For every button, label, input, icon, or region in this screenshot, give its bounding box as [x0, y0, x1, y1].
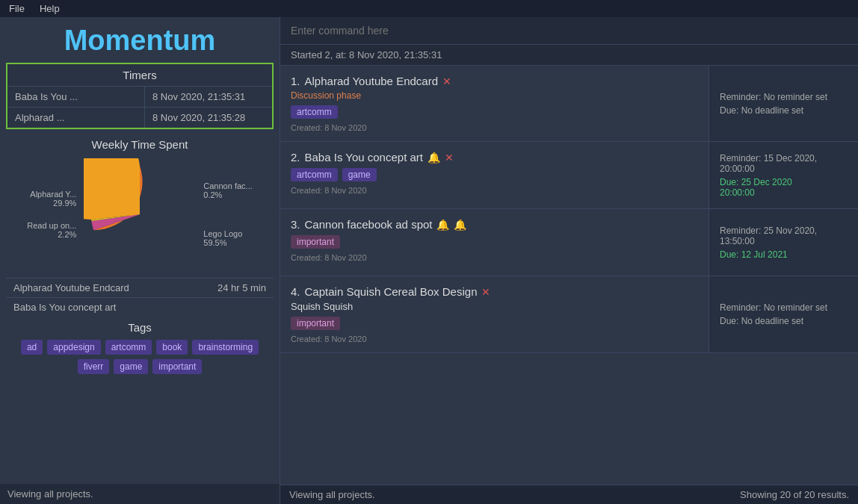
ptag-artcomm-1[interactable]: artcomm: [291, 105, 338, 119]
project-right-3: Reminder: 25 Nov 2020, 13:50:00 Due: 12 …: [709, 209, 858, 276]
timer-row-1: Baba Is You ... 8 Nov 2020, 21:35:31: [7, 86, 272, 107]
legend-read: Read up on...2.2%: [27, 221, 76, 239]
footer: Viewing all projects. Showing 20 of 20 r…: [280, 485, 858, 504]
project-name-4[interactable]: Captain Squish Cereal Box Design: [305, 285, 478, 298]
timers-header: Timers: [7, 64, 272, 86]
project-reminder-2: Reminder: 15 Dec 2020, 20:00:00: [720, 153, 848, 174]
project-tags-1: artcomm: [291, 105, 698, 119]
project-number-4: 4.: [291, 285, 300, 298]
timer-time-2: 8 Nov 2020, 21:35:28: [145, 108, 272, 128]
project-delete-2[interactable]: ✕: [445, 152, 454, 164]
pie-legend-left: Alpharad Y...29.9% Read up on...2.2%: [27, 190, 76, 239]
time-entry-2: Baba Is You concept art: [6, 298, 274, 317]
sidebar: Momentum Timers Baba Is You ... 8 Nov 20…: [0, 17, 280, 504]
project-due-3: Due: 12 Jul 2021: [720, 249, 848, 260]
project-tags-4: important: [291, 317, 698, 330]
legend-alpharad: Alpharad Y...29.9%: [27, 190, 76, 208]
time-table: Alpharad Youtube Endcard 24 hr 5 min Bab…: [6, 278, 274, 317]
project-created-1: Created: 8 Nov 2020: [291, 123, 698, 132]
project-due-1: Due: No deadline set: [720, 105, 848, 116]
project-created-3: Created: 8 Nov 2020: [291, 253, 698, 262]
tags-section: Tags ad appdesign artcomm book brainstor…: [0, 317, 280, 484]
project-phase-4: Squish Squish: [291, 301, 698, 312]
tag-ad[interactable]: ad: [21, 340, 43, 355]
project-delete-1[interactable]: ✕: [442, 75, 451, 87]
project-name-1[interactable]: Alpharad Youtube Endcard: [305, 75, 438, 87]
project-title-1: 1. Alpharad Youtube Endcard ✕: [291, 75, 698, 87]
project-item-4: 4. Captain Squish Cereal Box Design ✕ Sq…: [280, 276, 858, 353]
app-title: Momentum: [0, 17, 280, 63]
project-due-4: Due: No deadline set: [720, 316, 848, 326]
tag-book[interactable]: book: [156, 340, 188, 355]
menubar: File Help: [0, 0, 858, 17]
project-title-2: 2. Baba Is You concept art 🔔 ✕: [291, 151, 698, 164]
menu-help[interactable]: Help: [40, 3, 60, 14]
tag-important[interactable]: important: [152, 359, 202, 374]
legend-cannon: Cannon fac...0.2%: [203, 181, 252, 199]
command-input[interactable]: [280, 17, 858, 44]
project-title-3: 3. Cannon facebook ad spot 🔔 🔔: [291, 218, 698, 231]
legend-lego: Lego Logo59.5%: [203, 229, 252, 247]
project-item-3: 3. Cannon facebook ad spot 🔔 🔔 important…: [280, 209, 858, 276]
project-tags-3: important: [291, 235, 698, 249]
project-tags-2: artcomm game: [291, 168, 698, 181]
timer-row-2: Alpharad ... 8 Nov 2020, 21:35:28: [7, 107, 272, 128]
project-reminder-3: Reminder: 25 Nov 2020, 13:50:00: [720, 225, 848, 246]
tag-fiverr[interactable]: fiverr: [78, 359, 110, 374]
project-created-4: Created: 8 Nov 2020: [291, 335, 698, 343]
footer-right: Showing 20 of 20 results.: [740, 489, 849, 500]
project-main-2: 2. Baba Is You concept art 🔔 ✕ artcomm g…: [280, 142, 709, 208]
tags-title: Tags: [6, 321, 274, 334]
project-due-2: Due: 25 Dec 202020:00:00: [720, 177, 848, 198]
tag-appdesign[interactable]: appdesign: [47, 340, 100, 355]
project-right-2: Reminder: 15 Dec 2020, 20:00:00 Due: 25 …: [709, 142, 858, 208]
project-right-4: Reminder: No reminder set Due: No deadli…: [709, 276, 858, 352]
tags-container: ad appdesign artcomm book brainstorming …: [6, 340, 274, 374]
ptag-game-2[interactable]: game: [342, 168, 377, 181]
main-content: Started 2, at: 8 Nov 2020, 21:35:31 1. A…: [280, 17, 858, 504]
bell-icon-2: 🔔: [428, 152, 440, 164]
time-entry-value-1: 24 hr 5 min: [186, 279, 274, 298]
tag-game[interactable]: game: [114, 359, 148, 374]
project-name-2[interactable]: Baba Is You concept art: [305, 151, 423, 164]
timer-name-1: Baba Is You ...: [7, 87, 145, 107]
status-bar: Started 2, at: 8 Nov 2020, 21:35:31: [280, 45, 858, 66]
sidebar-footer: Viewing all projects.: [0, 484, 280, 504]
project-name-3[interactable]: Cannon facebook ad spot: [305, 218, 433, 231]
project-delete-4[interactable]: ✕: [481, 286, 490, 298]
timer-time-1: 8 Nov 2020, 21:35:31: [145, 87, 272, 107]
project-number-1: 1.: [291, 75, 300, 87]
time-entry-value-2: [186, 298, 274, 317]
project-created-2: Created: 8 Nov 2020: [291, 186, 698, 195]
tag-artcomm[interactable]: artcomm: [105, 340, 152, 355]
bell-icon-3b: 🔔: [454, 219, 466, 231]
pie-legend-right: Cannon fac...0.2% Lego Logo59.5%: [203, 181, 252, 247]
project-phase-1: Discussion phase: [291, 90, 698, 101]
project-title-4: 4. Captain Squish Cereal Box Design ✕: [291, 285, 698, 298]
ptag-important-3[interactable]: important: [291, 235, 340, 249]
time-entry-1: Alpharad Youtube Endcard 24 hr 5 min: [6, 279, 274, 298]
project-item-2: 2. Baba Is You concept art 🔔 ✕ artcomm g…: [280, 142, 858, 209]
ptag-artcomm-2[interactable]: artcomm: [291, 168, 338, 181]
bell-icon-3: 🔔: [436, 219, 449, 231]
weekly-section: Weekly Time Spent Alpharad Y...29.9% Rea…: [0, 135, 280, 317]
timers-section: Timers Baba Is You ... 8 Nov 2020, 21:35…: [6, 63, 274, 129]
footer-left: Viewing all projects.: [289, 489, 375, 500]
time-entry-name-1: Alpharad Youtube Endcard: [6, 279, 186, 298]
time-entry-name-2: Baba Is You concept art: [6, 298, 186, 317]
project-main-1: 1. Alpharad Youtube Endcard ✕ Discussion…: [280, 66, 709, 141]
project-number-2: 2.: [291, 151, 300, 164]
project-item-1: 1. Alpharad Youtube Endcard ✕ Discussion…: [280, 66, 858, 142]
ptag-important-4[interactable]: important: [291, 317, 340, 330]
command-bar: [280, 17, 858, 45]
tag-brainstorming[interactable]: brainstorming: [192, 340, 259, 355]
project-main-4: 4. Captain Squish Cereal Box Design ✕ Sq…: [280, 276, 709, 352]
project-right-1: Reminder: No reminder set Due: No deadli…: [709, 66, 858, 141]
projects-list: 1. Alpharad Youtube Endcard ✕ Discussion…: [280, 66, 858, 485]
project-number-3: 3.: [291, 218, 300, 231]
weekly-title: Weekly Time Spent: [6, 138, 274, 151]
timer-name-2: Alpharad ...: [7, 108, 145, 128]
project-reminder-1: Reminder: No reminder set: [720, 92, 848, 102]
project-main-3: 3. Cannon facebook ad spot 🔔 🔔 important…: [280, 209, 709, 276]
menu-file[interactable]: File: [9, 3, 25, 14]
